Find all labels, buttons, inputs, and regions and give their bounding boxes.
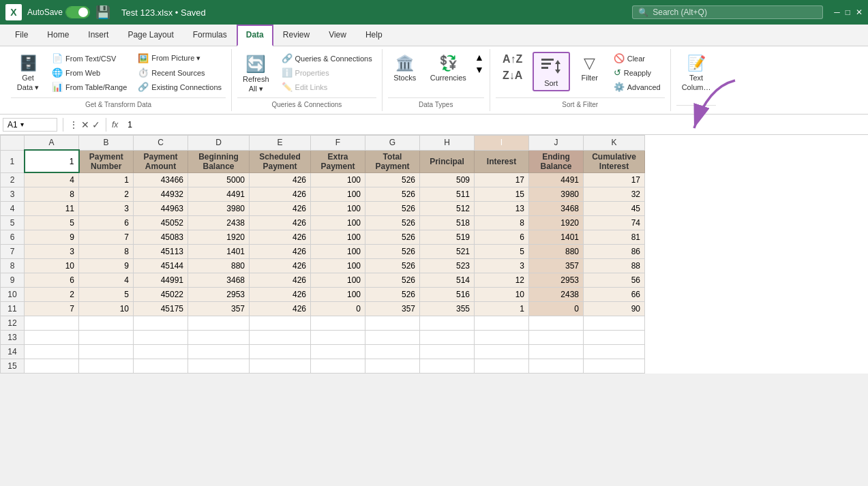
- header-cell-7[interactable]: Principal: [420, 150, 475, 172]
- cell-r5-c8[interactable]: 8: [475, 215, 529, 230]
- existing-connections-button[interactable]: 🔗 Existing Connections: [134, 80, 226, 93]
- cell-r15-c3[interactable]: [188, 359, 250, 373]
- cell-r2-c2[interactable]: 43466: [134, 172, 188, 187]
- name-box[interactable]: A1 ▾: [3, 118, 57, 132]
- row-header-4[interactable]: 4: [1, 201, 25, 215]
- cell-r15-c9[interactable]: [529, 359, 584, 373]
- cell-r13-c8[interactable]: [475, 330, 529, 344]
- col-header-e[interactable]: E: [250, 136, 311, 151]
- cell-r11-c9[interactable]: 0: [529, 301, 584, 316]
- col-header-f[interactable]: F: [311, 136, 365, 151]
- cell-r3-c9[interactable]: 3980: [529, 187, 584, 201]
- cell-r12-c4[interactable]: [250, 316, 311, 330]
- cell-r5-c1[interactable]: 6: [79, 215, 134, 230]
- cell-r12-c6[interactable]: [365, 316, 420, 330]
- from-table-range-button[interactable]: 📊 From Table/Range: [48, 80, 131, 93]
- header-cell-3[interactable]: BeginningBalance: [188, 150, 250, 172]
- header-cell-1[interactable]: PaymentNumber: [79, 150, 134, 172]
- header-cell-6[interactable]: TotalPayment: [365, 150, 420, 172]
- cell-r15-c4[interactable]: [250, 359, 311, 373]
- cell-r2-c0[interactable]: 4: [25, 172, 79, 187]
- cell-r3-c2[interactable]: 44932: [134, 187, 188, 201]
- cell-r9-c7[interactable]: 514: [420, 273, 475, 287]
- table-row[interactable]: 15: [1, 359, 645, 373]
- cell-r2-c8[interactable]: 17: [475, 172, 529, 187]
- cell-r5-c3[interactable]: 2438: [188, 215, 250, 230]
- close-btn[interactable]: ✕: [856, 7, 863, 17]
- get-data-button[interactable]: 🗄️ Get Data ▾: [11, 52, 45, 95]
- cell-r8-c0[interactable]: 10: [25, 258, 79, 273]
- cell-r7-c4[interactable]: 426: [250, 244, 311, 258]
- header-cell-9[interactable]: EndingBalance: [529, 150, 584, 172]
- text-columns-button[interactable]: 📝 Text Colum…: [676, 52, 717, 94]
- cell-r12-c10[interactable]: [584, 316, 645, 330]
- cell-r2-c7[interactable]: 509: [420, 172, 475, 187]
- cell-r15-c6[interactable]: [365, 359, 420, 373]
- cell-r13-c7[interactable]: [420, 330, 475, 344]
- col-header-k[interactable]: K: [584, 136, 645, 151]
- cell-r8-c3[interactable]: 880: [188, 258, 250, 273]
- cell-r4-c4[interactable]: 426: [250, 201, 311, 215]
- col-header-g[interactable]: G: [365, 136, 420, 151]
- table-row[interactable]: 6974508319204261005265196140181: [1, 230, 645, 244]
- cell-r5-c4[interactable]: 426: [250, 215, 311, 230]
- cell-r14-c6[interactable]: [365, 344, 420, 359]
- cell-r4-c10[interactable]: 45: [584, 201, 645, 215]
- cell-r15-c0[interactable]: [25, 359, 79, 373]
- col-header-a[interactable]: A: [25, 136, 79, 151]
- maximize-btn[interactable]: □: [845, 7, 850, 17]
- cell-r15-c1[interactable]: [79, 359, 134, 373]
- row-header-15[interactable]: 15: [1, 359, 25, 373]
- cell-r10-c0[interactable]: 2: [25, 287, 79, 301]
- reapply-button[interactable]: ↺ Reapply: [610, 66, 665, 79]
- col-header-j[interactable]: J: [529, 136, 584, 151]
- table-row[interactable]: 411344963398042610052651213346845: [1, 201, 645, 215]
- search-box[interactable]: 🔍 Search (Alt+Q): [632, 5, 823, 19]
- cell-r8-c7[interactable]: 523: [420, 258, 475, 273]
- row-header-10[interactable]: 10: [1, 287, 25, 301]
- cell-r4-c0[interactable]: 11: [25, 201, 79, 215]
- table-row[interactable]: 13: [1, 330, 645, 344]
- cell-r9-c5[interactable]: 100: [311, 273, 365, 287]
- table-row[interactable]: 5564505224384261005265188192074: [1, 215, 645, 230]
- cell-r4-c9[interactable]: 3468: [529, 201, 584, 215]
- col-header-i[interactable]: I: [475, 136, 529, 151]
- cell-r7-c9[interactable]: 880: [529, 244, 584, 258]
- cell-r8-c9[interactable]: 357: [529, 258, 584, 273]
- cell-r12-c2[interactable]: [134, 316, 188, 330]
- row-header-1[interactable]: 1: [1, 150, 25, 172]
- cell-r11-c6[interactable]: 357: [365, 301, 420, 316]
- stocks-button[interactable]: 🏛️ Stocks: [388, 52, 422, 85]
- col-header-b[interactable]: B: [79, 136, 134, 151]
- cell-r10-c3[interactable]: 2953: [188, 287, 250, 301]
- row-header-8[interactable]: 8: [1, 258, 25, 273]
- cell-r8-c4[interactable]: 426: [250, 258, 311, 273]
- from-web-button[interactable]: 🌐 From Web: [48, 66, 131, 79]
- formula-content[interactable]: 1: [123, 119, 865, 131]
- tab-formulas[interactable]: Formulas: [183, 25, 237, 46]
- cell-r6-c1[interactable]: 7: [79, 230, 134, 244]
- row-header-11[interactable]: 11: [1, 301, 25, 316]
- cell-r11-c4[interactable]: 426: [250, 301, 311, 316]
- cell-r14-c7[interactable]: [420, 344, 475, 359]
- cell-r9-c6[interactable]: 526: [365, 273, 420, 287]
- col-header-c[interactable]: C: [134, 136, 188, 151]
- table-row[interactable]: 102545022295342610052651610243866: [1, 287, 645, 301]
- cell-r14-c9[interactable]: [529, 344, 584, 359]
- cell-r2-c10[interactable]: 17: [584, 172, 645, 187]
- cell-r3-c1[interactable]: 2: [79, 187, 134, 201]
- table-row[interactable]: 38244932449142610052651115398032: [1, 187, 645, 201]
- row-header-12[interactable]: 12: [1, 316, 25, 330]
- sort-az-button[interactable]: A↑Z: [496, 52, 530, 67]
- row-header-2[interactable]: 2: [1, 172, 25, 187]
- cell-r14-c8[interactable]: [475, 344, 529, 359]
- cell-r12-c1[interactable]: [79, 316, 134, 330]
- cell-r14-c1[interactable]: [79, 344, 134, 359]
- cell-r13-c2[interactable]: [134, 330, 188, 344]
- row-header-3[interactable]: 3: [1, 187, 25, 201]
- cell-r2-c3[interactable]: 5000: [188, 172, 250, 187]
- cell-r12-c7[interactable]: [420, 316, 475, 330]
- cell-r7-c7[interactable]: 521: [420, 244, 475, 258]
- cell-r4-c5[interactable]: 100: [311, 201, 365, 215]
- cell-r9-c1[interactable]: 4: [79, 273, 134, 287]
